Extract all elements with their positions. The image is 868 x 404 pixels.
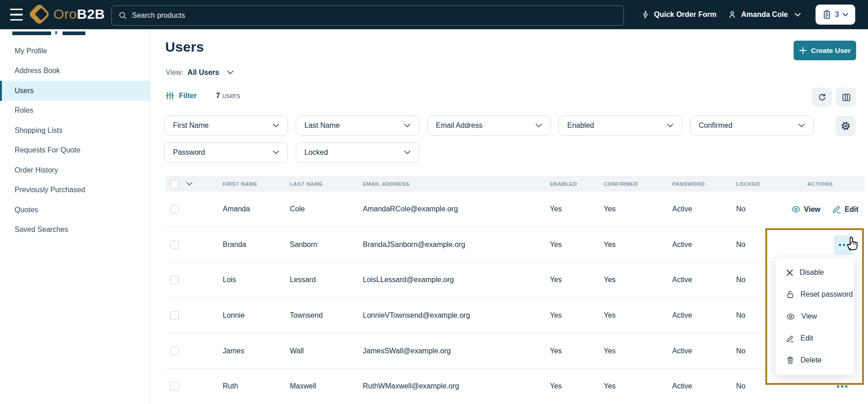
table-row[interactable]: Lois Lessard LoisLLessard@example.org Ye… [165,262,865,298]
filter-first-name[interactable]: First Name [164,115,288,136]
clipped-content [55,31,57,34]
gear-icon [841,121,851,131]
main-content: Users Create User View: All Users Filter… [151,29,868,404]
menu-item-delete[interactable]: Delete [775,349,854,371]
create-user-button[interactable]: Create User [794,41,856,60]
row-actions-context-menu: Disable Reset password View Edit [775,257,854,375]
sidebar-item-shopping-lists[interactable]: Shopping Lists [0,121,151,141]
product-search-box [111,5,624,26]
page-title: Users [165,39,204,55]
menu-item-view[interactable]: View [775,305,854,327]
chevron-down-icon [798,123,805,128]
sidebar-item-previously-purchased[interactable]: Previously Purchased [0,180,151,200]
sidebar-item-requests-for-quote[interactable]: Requests For Quote [0,141,151,161]
row-checkbox[interactable] [170,311,179,320]
menu-item-disable[interactable]: Disable [775,262,854,283]
view-selector[interactable]: View: All Users [166,68,234,77]
chevron-down-icon [272,123,279,128]
pencil-icon [832,205,841,214]
table-row[interactable]: Branda Sanborn BrandaJSanborn@example.or… [165,227,865,263]
orob2b-logo[interactable]: OroB2B [31,6,105,22]
sidebar-item-my-profile[interactable]: My Profile [0,41,151,61]
trash-icon [786,356,794,364]
clipped-content [63,31,85,35]
column-header-locked[interactable]: LOCKED [736,181,760,187]
sidebar-item-saved-searches[interactable]: Saved Searches [0,220,151,240]
select-all-checkbox[interactable] [170,179,179,188]
chevron-down-icon [795,13,801,17]
user-menu[interactable]: Amanda Cole [727,0,801,29]
column-header-email[interactable]: EMAIL ADDRESS [363,181,409,187]
row-checkbox[interactable] [170,382,179,391]
grid-header-row: FIRST NAME LAST NAME EMAIL ADDRESS ENABL… [165,176,865,192]
pencil-icon [786,335,794,342]
grid-toolbar: Filter 7users [166,91,240,100]
menu-item-edit[interactable]: Edit [775,327,854,349]
chevron-down-icon [842,13,848,17]
chevron-down-icon [404,150,411,155]
view-action-button[interactable]: View [791,205,821,213]
search-input[interactable] [132,11,623,20]
logo-text: OroB2B [53,6,105,22]
filter-settings-button[interactable] [836,116,856,136]
clipped-content [12,31,51,35]
manage-columns-button[interactable] [836,88,856,107]
column-header-confirmed[interactable]: CONFIRMED [604,181,638,187]
column-header-last-name[interactable]: LAST NAME [290,181,323,187]
row-checkbox[interactable] [170,276,179,284]
eye-icon [791,205,800,213]
top-navbar: OroB2B Quick Order Form Amanda Cole 3 [0,0,868,29]
menu-item-reset-password[interactable]: Reset password [775,283,854,305]
table-row[interactable]: James Wall JamesSWall@example.org Yes Ye… [165,333,865,369]
shopping-list-count: 3 [835,10,839,19]
table-row[interactable]: Lonnie Townsend LonnieVTownsend@example.… [165,298,865,334]
table-row[interactable]: Ruth Maxwell RuthWMaxwell@example.org Ye… [165,369,865,404]
filter-sliders-icon [166,91,174,100]
sidebar-item-quotes[interactable]: Quotes [0,200,151,220]
select-all-dropdown-icon[interactable] [186,182,193,186]
sidebar-item-address-book[interactable]: Address Book [0,61,151,81]
sidebar-item-users[interactable]: Users [0,81,151,101]
eye-icon [786,313,795,320]
search-icon [118,11,127,20]
shopping-list-button[interactable]: 3 [816,5,855,25]
column-header-password[interactable]: PASSWORD [672,181,705,187]
columns-icon [842,93,851,102]
filter-button[interactable]: Filter [166,91,197,100]
filter-confirmed[interactable]: Confirmed [690,115,814,136]
filter-password[interactable]: Password [164,142,288,163]
user-icon [727,10,737,20]
hamburger-menu-icon[interactable] [10,9,23,21]
view-value: All Users [188,68,219,77]
table-row[interactable]: Amanda Cole AmandaRCole@example.org Yes … [165,192,865,227]
row-actions-ellipsis-button[interactable] [834,235,854,255]
shopping-list-icon [822,9,831,20]
column-header-enabled[interactable]: ENABLED [550,181,577,187]
sidebar: My Profile Address Book Users Roles Shop… [0,29,151,404]
x-icon [786,269,793,276]
sidebar-item-order-history[interactable]: Order History [0,160,151,180]
chevron-down-icon [272,150,279,155]
sidebar-item-roles[interactable]: Roles [0,101,151,121]
view-label: View: [166,68,183,77]
refresh-icon [817,93,827,102]
row-checkbox[interactable] [170,205,179,214]
column-header-first-name[interactable]: FIRST NAME [223,181,257,187]
refresh-button[interactable] [812,88,832,107]
chevron-down-icon [667,123,674,128]
column-header-actions: ACTIONS [807,181,833,187]
row-actions-ellipsis-button[interactable] [832,377,852,396]
filter-enabled[interactable]: Enabled [559,115,682,136]
chevron-down-icon [535,123,542,128]
logo-diamond-icon [28,3,50,25]
row-checkbox[interactable] [170,240,179,249]
filter-last-name[interactable]: Last Name [296,115,419,136]
chevron-down-icon [404,123,411,128]
quick-order-form-link[interactable]: Quick Order Form [641,0,716,29]
chevron-down-icon [227,70,234,75]
edit-action-button[interactable]: Edit [832,205,858,214]
users-grid: FIRST NAME LAST NAME EMAIL ADDRESS ENABL… [165,176,865,404]
filter-locked[interactable]: Locked [296,142,419,163]
filter-email-address[interactable]: Email Address [427,115,551,136]
row-checkbox[interactable] [170,346,179,355]
